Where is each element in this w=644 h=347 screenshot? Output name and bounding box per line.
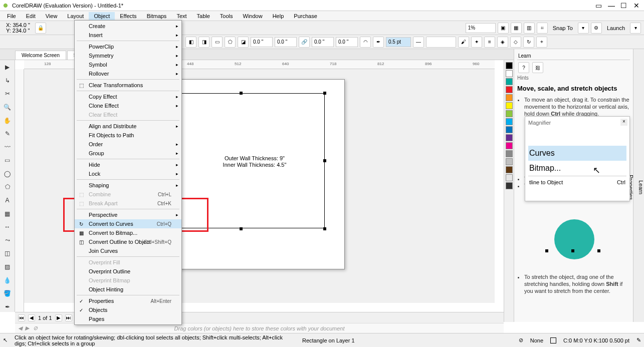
help-icon[interactable]: ▭ — [593, 2, 604, 10]
color-swatch[interactable] — [506, 102, 513, 109]
menu-item-create[interactable]: Create▸ — [75, 22, 181, 31]
menu-item-convert-to-bitmap-[interactable]: ▦Convert to Bitmap... — [75, 228, 181, 237]
chevron-down-icon[interactable]: ▾ — [578, 23, 589, 34]
fill-tool-icon[interactable]: 🪣 — [2, 288, 13, 299]
connector-tool-icon[interactable]: ⤳ — [2, 235, 13, 246]
snap-label[interactable]: Snap To — [550, 25, 576, 31]
launch-label[interactable]: Launch — [604, 25, 628, 31]
menu-item-overprint-outline[interactable]: Overprint Outline — [75, 267, 181, 276]
menu-bitmaps[interactable]: Bitmaps — [142, 12, 172, 20]
color-swatch[interactable] — [506, 110, 513, 117]
color-swatch[interactable] — [506, 158, 513, 165]
palette-arrow-right-icon[interactable]: ▶ — [25, 325, 29, 331]
zoom-tool-icon[interactable]: 🔍 — [2, 102, 13, 113]
menu-item-convert-outline-to-object[interactable]: ◫Convert Outline to ObjectCtrl+Shift+Q — [75, 237, 181, 246]
shape-icon[interactable]: ◪ — [238, 37, 249, 48]
artistic-media-icon[interactable]: 〰 — [2, 142, 13, 152]
prop-icon-2[interactable]: ◨ — [198, 37, 209, 48]
dock-tab-label[interactable]: Learn — [517, 52, 630, 60]
launch-chevron-icon[interactable]: ▾ — [630, 23, 641, 34]
handle-top-mid[interactable] — [240, 92, 243, 95]
page-last-icon[interactable]: ⏭ — [65, 314, 72, 321]
text-tool-icon[interactable]: A — [2, 195, 13, 206]
maximize-icon[interactable]: ☐ — [618, 2, 629, 10]
menu-item-insert[interactable]: Insert▸ — [75, 31, 181, 40]
crop-tool-icon[interactable]: ✂ — [2, 89, 13, 99]
menu-view[interactable]: View — [41, 12, 63, 20]
dimension-tool-icon[interactable]: ↔ — [2, 222, 13, 232]
rect-tool-icon[interactable]: ▭ — [211, 37, 223, 48]
hints-help-icon[interactable]: ? — [518, 62, 529, 73]
dock-tab-learn[interactable]: Learn — [638, 180, 644, 194]
menu-layout[interactable]: Layout — [62, 12, 89, 20]
table-tool-icon[interactable]: ▦ — [2, 208, 13, 219]
effects-tool-icon[interactable]: ◫ — [2, 248, 13, 259]
brush-icon[interactable]: 🖌 — [458, 37, 469, 48]
magnifier-close-icon[interactable]: × — [620, 119, 627, 126]
handle-bottom-mid[interactable] — [240, 227, 243, 230]
menu-item-symmetry[interactable]: Symmetry▸ — [75, 51, 181, 60]
color-swatch[interactable] — [506, 126, 513, 133]
corner-in-4[interactable] — [336, 37, 358, 47]
menu-item-convert-to-curves[interactable]: ↻Convert to CurvesCtrl+Q — [75, 219, 181, 228]
magnifier-row-outline[interactable]: tline to ObjectCtrl — [528, 176, 626, 188]
palette-arrow-left-icon[interactable]: ◀ — [18, 325, 22, 331]
outline-tool-icon[interactable]: ✒ — [2, 301, 13, 312]
menu-effects[interactable]: Effects — [115, 12, 141, 20]
color-swatch[interactable] — [506, 166, 513, 173]
order-back-icon[interactable]: ◇ — [510, 37, 521, 48]
shape-tool-icon[interactable]: ↳ — [2, 76, 13, 86]
freehand-tool-icon[interactable]: ✎ — [2, 129, 13, 139]
menu-edit[interactable]: Edit — [21, 12, 41, 20]
menu-item-fit-objects-to-path[interactable]: Fit Objects to Path — [75, 131, 181, 140]
page-prev-icon[interactable]: ◀ — [28, 314, 35, 321]
menu-item-objects[interactable]: ✓Objects — [75, 305, 181, 314]
zoom-fit-icon[interactable]: ▣ — [498, 23, 509, 34]
snap-icon[interactable]: ⌗ — [537, 23, 548, 34]
menu-text[interactable]: Text — [171, 12, 191, 20]
close-icon[interactable]: ✕ — [631, 2, 642, 10]
menu-item-lock[interactable]: Lock▸ — [75, 169, 181, 178]
convert-icon[interactable]: ↻ — [523, 37, 534, 48]
handle-right-mid[interactable] — [323, 159, 326, 162]
color-swatch[interactable] — [506, 142, 513, 149]
text-wrap-icon[interactable]: ≡ — [484, 37, 495, 48]
menu-item-shaping[interactable]: Shaping▸ — [75, 181, 181, 190]
menu-item-perspective[interactable]: Perspective▸ — [75, 210, 181, 219]
menu-item-rollover[interactable]: Rollover▸ — [75, 69, 181, 78]
page-next-icon[interactable]: ▶ — [55, 314, 62, 321]
menu-item-pages[interactable]: Pages — [75, 314, 181, 323]
order-front-icon[interactable]: ◈ — [497, 37, 508, 48]
pen-icon[interactable]: ✒ — [373, 37, 384, 48]
color-swatch[interactable] — [506, 182, 513, 189]
menu-item-copy-effect[interactable]: Copy Effect▸ — [75, 92, 181, 101]
edit-outline-icon[interactable]: ✎ — [636, 337, 641, 343]
color-swatch[interactable] — [506, 118, 513, 125]
options-gear-icon[interactable]: ⚙ — [591, 23, 602, 34]
handle-top-right[interactable] — [323, 92, 326, 95]
handle-bottom-right[interactable] — [323, 227, 326, 230]
menu-item-hide[interactable]: Hide▸ — [75, 160, 181, 169]
menu-help[interactable]: Help — [268, 12, 289, 20]
menu-table[interactable]: Table — [192, 12, 215, 20]
minimize-icon[interactable]: — — [606, 2, 617, 10]
magnifier-row-bitmap[interactable]: Bitmap... — [528, 161, 626, 176]
wrap-icon[interactable]: ✦ — [471, 37, 482, 48]
palette-noswatch-icon[interactable]: ⊘ — [33, 325, 38, 331]
color-swatch[interactable] — [506, 94, 513, 101]
corner-in-1[interactable] — [251, 37, 273, 47]
menu-file[interactable]: File — [2, 12, 21, 20]
hints-link-icon[interactable]: ⛓ — [532, 62, 543, 73]
color-swatch[interactable] — [506, 86, 513, 93]
menu-tools[interactable]: Tools — [215, 12, 238, 20]
menu-purchase[interactable]: Purchase — [289, 12, 322, 20]
pan-tool-icon[interactable]: ✋ — [2, 115, 13, 126]
page-first-icon[interactable]: ⏮ — [18, 314, 25, 321]
color-swatch[interactable] — [506, 134, 513, 141]
menu-item-clone-effect[interactable]: Clone Effect▸ — [75, 101, 181, 110]
menu-item-align-and-distribute[interactable]: Align and Distribute▸ — [75, 122, 181, 131]
pick-tool-icon[interactable]: ▶ — [2, 62, 13, 73]
menu-item-group[interactable]: Group▸ — [75, 149, 181, 158]
link-corners-icon[interactable]: 🔗 — [299, 37, 310, 48]
ellipse-tool-icon[interactable]: ◯ — [2, 169, 13, 179]
